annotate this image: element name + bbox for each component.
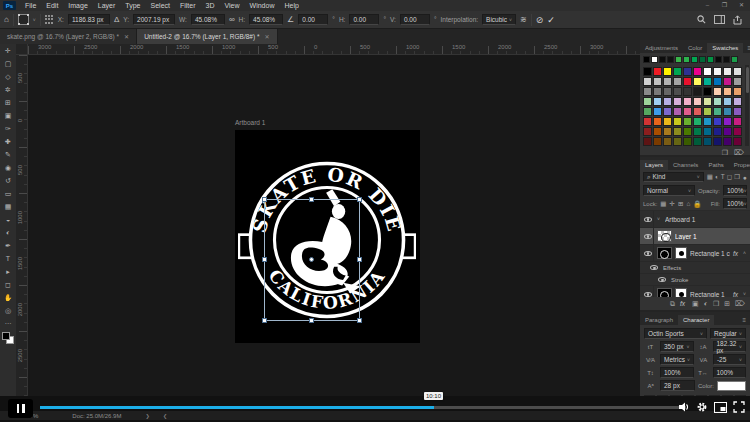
layer-row-artboard-1[interactable]: ˅Artboard 1 bbox=[640, 211, 750, 228]
swatch[interactable] bbox=[723, 67, 732, 76]
tab-properties[interactable]: Properties bbox=[729, 160, 750, 170]
zoom-tool[interactable]: ◎ bbox=[0, 304, 16, 317]
swatch[interactable] bbox=[673, 97, 682, 106]
status-arrows[interactable]: ❯ ❮ bbox=[145, 413, 173, 419]
swatch[interactable] bbox=[683, 107, 692, 116]
swatch[interactable] bbox=[733, 97, 742, 106]
tab-paths[interactable]: Paths bbox=[703, 160, 728, 170]
swatch[interactable] bbox=[653, 137, 662, 146]
text-color-chip[interactable] bbox=[717, 381, 746, 391]
swatch[interactable] bbox=[723, 97, 732, 106]
layer-thumbnail[interactable] bbox=[657, 247, 672, 259]
swatch[interactable] bbox=[653, 97, 662, 106]
swatch[interactable] bbox=[723, 117, 732, 126]
fx-badge[interactable]: fx bbox=[733, 250, 740, 257]
add-mask-icon[interactable]: ▣ bbox=[692, 300, 699, 308]
swatch[interactable] bbox=[651, 56, 658, 63]
font-style-select[interactable]: Regular˅ bbox=[710, 328, 746, 339]
adjustment-layer-icon[interactable]: ◐ bbox=[704, 300, 708, 307]
layer-filter-icon[interactable]: ❐ bbox=[734, 173, 740, 181]
progress-bar[interactable] bbox=[40, 406, 686, 409]
swatch[interactable] bbox=[643, 97, 652, 106]
transform-handle[interactable] bbox=[357, 197, 362, 202]
horizontal-ruler[interactable]: 3000250020001500100050005001000150020002… bbox=[28, 44, 640, 55]
swatch[interactable] bbox=[673, 127, 682, 136]
swatch[interactable] bbox=[659, 56, 666, 63]
swatch[interactable] bbox=[713, 77, 722, 86]
pause-button[interactable] bbox=[8, 399, 33, 418]
share-icon[interactable] bbox=[733, 15, 742, 25]
trash-icon[interactable]: ⌦ bbox=[734, 149, 744, 156]
vskew-input[interactable]: 0.00 bbox=[400, 14, 430, 25]
swatch[interactable] bbox=[703, 87, 712, 96]
swatch[interactable] bbox=[663, 97, 672, 106]
chevron-down-icon[interactable]: ˅ bbox=[33, 17, 36, 23]
vertical-scale-input[interactable]: 100% bbox=[660, 367, 694, 378]
menu-item-type[interactable]: Type bbox=[120, 0, 145, 11]
reference-point-selector[interactable] bbox=[45, 15, 54, 24]
swatch[interactable] bbox=[643, 107, 652, 116]
frame-tool[interactable]: ▣ bbox=[0, 109, 16, 122]
tab-swatches[interactable]: Swatches bbox=[707, 43, 743, 53]
transform-handle[interactable] bbox=[309, 318, 314, 323]
fill-input[interactable]: 100%˅ bbox=[723, 198, 747, 209]
new-layer-icon[interactable]: ⊞ bbox=[724, 300, 730, 308]
clone-stamp-tool[interactable]: ◉ bbox=[0, 161, 16, 174]
more-tools[interactable]: ⋯ bbox=[0, 317, 16, 330]
swatch[interactable] bbox=[733, 137, 742, 146]
eraser-tool[interactable]: ▭ bbox=[0, 187, 16, 200]
tab-character[interactable]: Character bbox=[678, 315, 714, 325]
swatch[interactable] bbox=[683, 56, 690, 63]
swatch[interactable] bbox=[703, 107, 712, 116]
swatch[interactable] bbox=[673, 117, 682, 126]
swatch[interactable] bbox=[663, 137, 672, 146]
swatch[interactable] bbox=[693, 77, 702, 86]
swatch[interactable] bbox=[653, 127, 662, 136]
cancel-transform-button[interactable]: ⊘ bbox=[536, 15, 544, 25]
swatch[interactable] bbox=[693, 127, 702, 136]
close-button[interactable]: ✕ bbox=[733, 0, 750, 11]
swatch[interactable] bbox=[713, 67, 722, 76]
y-input[interactable]: 2007.19 px bbox=[133, 14, 175, 25]
swatch[interactable] bbox=[693, 97, 702, 106]
document-tab-0[interactable]: skate.png @ 16.7% (Layer 2, RGB/8) *✕ bbox=[0, 29, 137, 44]
blend-mode-select[interactable]: Normal˅ bbox=[643, 185, 695, 196]
swatch[interactable] bbox=[663, 87, 672, 96]
swatch[interactable] bbox=[663, 117, 672, 126]
transform-tool-icon[interactable] bbox=[18, 14, 29, 25]
eyedropper-tool[interactable]: ✑ bbox=[0, 122, 16, 135]
canvas-area[interactable]: Artboard 1 SKATE OR DIE CALIFORNIA bbox=[28, 55, 640, 396]
leading-input[interactable]: 182.32 px˅ bbox=[713, 341, 747, 352]
swatch[interactable] bbox=[733, 117, 742, 126]
tab-adjustments[interactable]: Adjustments bbox=[640, 43, 683, 53]
swatch[interactable] bbox=[683, 117, 692, 126]
swatch[interactable] bbox=[643, 56, 650, 63]
fx-collapse-icon[interactable]: ˄ bbox=[743, 250, 748, 256]
artboard-label[interactable]: Artboard 1 bbox=[235, 119, 265, 126]
commit-transform-button[interactable]: ✓ bbox=[547, 15, 555, 25]
warp-mode-icon[interactable]: ≋ bbox=[520, 15, 527, 25]
swatch[interactable] bbox=[713, 87, 722, 96]
new-group-icon[interactable]: ❐ bbox=[713, 300, 719, 308]
swatch[interactable] bbox=[733, 67, 742, 76]
link-dimensions-icon[interactable]: ∞ bbox=[229, 15, 235, 25]
swatch[interactable] bbox=[663, 67, 672, 76]
interpolation-select[interactable]: Bicubic ˅ bbox=[482, 14, 516, 25]
volume-icon[interactable] bbox=[678, 401, 690, 413]
link-layers-icon[interactable]: ⧉ bbox=[670, 300, 675, 308]
layer-row-layer-1[interactable]: Layer 1 bbox=[640, 228, 750, 245]
swatch[interactable] bbox=[713, 117, 722, 126]
swatch[interactable] bbox=[643, 127, 652, 136]
swatch[interactable] bbox=[683, 77, 692, 86]
opacity-input[interactable]: 100%˅ bbox=[723, 185, 747, 196]
visibility-toggle[interactable] bbox=[648, 262, 660, 273]
layer-filter-icon[interactable]: ▦ bbox=[707, 173, 713, 181]
layer-mask-thumbnail[interactable] bbox=[675, 288, 687, 297]
move-tool[interactable]: ✛ bbox=[0, 44, 16, 57]
gradient-tool[interactable]: ▦ bbox=[0, 200, 16, 213]
visibility-toggle[interactable] bbox=[642, 245, 654, 261]
hskew-input[interactable]: 0.00 bbox=[349, 14, 379, 25]
swatch[interactable] bbox=[713, 107, 722, 116]
layer-filter-icon[interactable]: T bbox=[721, 173, 725, 181]
menu-item-3d[interactable]: 3D bbox=[201, 0, 220, 11]
